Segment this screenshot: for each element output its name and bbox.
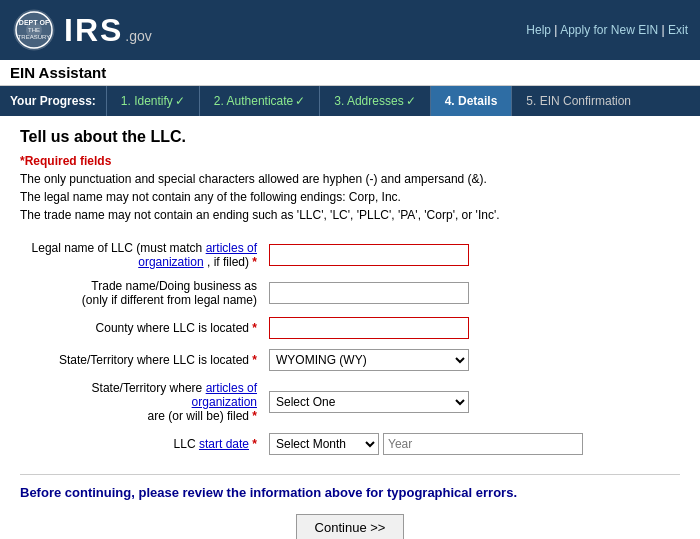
state-llc-required: *	[252, 353, 257, 367]
info-line-2: The legal name may not contain any of th…	[20, 190, 401, 204]
start-month-select[interactable]: Select Month January February March Apri…	[269, 433, 379, 455]
state-llc-select[interactable]: WYOMING (WY) ALABAMA (AL) ALASKA (AK) AR…	[269, 349, 469, 371]
main-content: Tell us about the LLC. *Required fields …	[0, 116, 700, 539]
progress-step-authenticate: 2. Authenticate ✓	[199, 86, 319, 116]
header-nav: Help | Apply for New EIN | Exit	[526, 23, 688, 37]
llc-start-label: LLC start date *	[20, 428, 265, 460]
irs-seal-icon: DEPT OF THE TREASURY	[12, 8, 56, 52]
llc-form: Legal name of LLC (must match articles o…	[20, 236, 680, 460]
warning-text: Before continuing, please review the inf…	[20, 485, 680, 500]
county-required: *	[252, 321, 257, 335]
info-line-1: The only punctuation and special charact…	[20, 172, 487, 186]
ein-assistant-title: EIN Assistant	[10, 64, 106, 81]
start-year-input[interactable]	[383, 433, 583, 455]
irs-logo: DEPT OF THE TREASURY IRS .gov	[12, 8, 152, 52]
trade-name-input[interactable]	[269, 282, 469, 304]
apply-ein-link[interactable]: Apply for New EIN	[560, 23, 658, 37]
site-header: DEPT OF THE TREASURY IRS .gov Help | App…	[0, 0, 700, 60]
page-title: Tell us about the LLC.	[20, 128, 680, 146]
county-row: County where LLC is located *	[20, 312, 680, 344]
county-label: County where LLC is located *	[20, 312, 265, 344]
articles-state-required: *	[252, 409, 257, 423]
progress-step-addresses: 3. Addresses ✓	[319, 86, 429, 116]
info-line-3: The trade name may not contain an ending…	[20, 208, 500, 222]
llc-start-date-inputs: Select Month January February March Apri…	[269, 433, 676, 455]
articles-state-label: State/Territory where articles of organi…	[20, 376, 265, 428]
articles-state-select[interactable]: Select One WYOMING (WY) ALABAMA (AL) ALA…	[269, 391, 469, 413]
legal-name-label: Legal name of LLC (must match articles o…	[20, 236, 265, 274]
legal-name-input-cell	[265, 236, 680, 274]
legal-name-input[interactable]	[269, 244, 469, 266]
llc-start-date-row: LLC start date * Select Month January Fe…	[20, 428, 680, 460]
progress-step-ein-confirmation: 5. EIN Confirmation	[511, 86, 645, 116]
state-llc-row: State/Territory where LLC is located * W…	[20, 344, 680, 376]
exit-link[interactable]: Exit	[668, 23, 688, 37]
svg-point-5	[26, 22, 42, 38]
info-text: The only punctuation and special charact…	[20, 170, 680, 224]
help-link[interactable]: Help	[526, 23, 551, 37]
continue-button[interactable]: Continue >>	[296, 514, 405, 539]
progress-label: Your Progress:	[0, 86, 106, 116]
trade-name-row: Trade name/Doing business as (only if di…	[20, 274, 680, 312]
state-llc-label: State/Territory where LLC is located *	[20, 344, 265, 376]
trade-name-label: Trade name/Doing business as (only if di…	[20, 274, 265, 312]
articles-of-org-link-2[interactable]: articles of organization	[192, 381, 257, 409]
irs-name: IRS	[64, 12, 123, 49]
llc-start-date-cell: Select Month January February March Apri…	[265, 428, 680, 460]
ein-assistant-bar: EIN Assistant	[0, 60, 700, 86]
articles-state-row: State/Territory where articles of organi…	[20, 376, 680, 428]
progress-step-details: 4. Details	[430, 86, 512, 116]
required-note: *Required fields	[20, 154, 680, 168]
irs-logo-text: IRS .gov	[64, 12, 152, 49]
trade-name-input-cell	[265, 274, 680, 312]
irs-gov: .gov	[125, 28, 151, 44]
llc-start-required: *	[252, 437, 257, 451]
county-input-cell	[265, 312, 680, 344]
legal-name-row: Legal name of LLC (must match articles o…	[20, 236, 680, 274]
progress-step-identify: 1. Identify ✓	[106, 86, 199, 116]
form-divider	[20, 474, 680, 475]
progress-bar: Your Progress: 1. Identify ✓ 2. Authenti…	[0, 86, 700, 116]
legal-name-required: *	[252, 255, 257, 269]
start-date-link[interactable]: start date	[199, 437, 249, 451]
state-llc-select-cell: WYOMING (WY) ALABAMA (AL) ALASKA (AK) AR…	[265, 344, 680, 376]
county-input[interactable]	[269, 317, 469, 339]
articles-state-select-cell: Select One WYOMING (WY) ALABAMA (AL) ALA…	[265, 376, 680, 428]
